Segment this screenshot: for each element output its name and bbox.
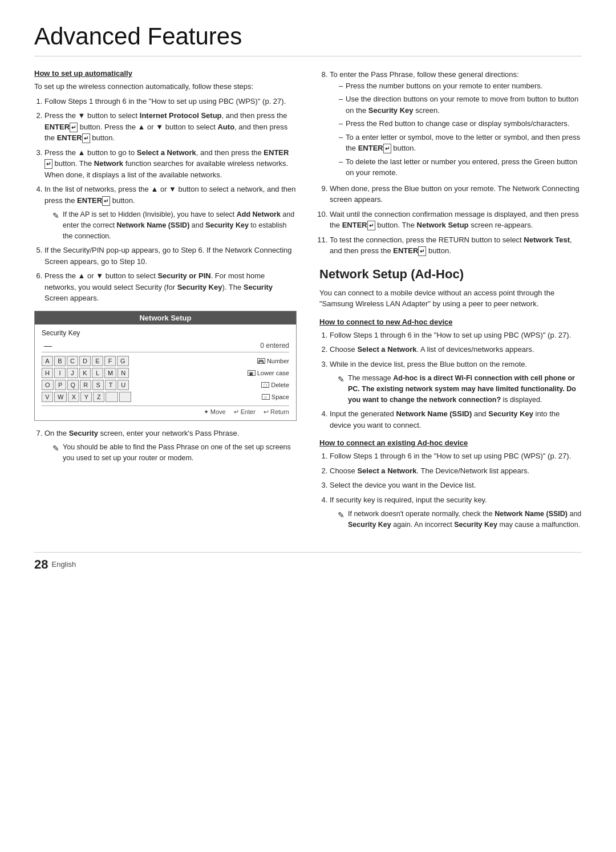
connect-new-note-icon: ✎	[338, 374, 345, 386]
key-A[interactable]: A	[42, 356, 53, 366]
step-9-text: When done, press the Blue button on your…	[330, 184, 579, 204]
kb-row-4: V W X Y Z ○ Space	[42, 392, 289, 402]
key-K[interactable]: K	[79, 368, 91, 378]
step-3: Press the ▲ button to go to Select a Net…	[44, 147, 297, 181]
kb-nav-move: ✦ Move	[204, 408, 226, 416]
step-6: Press the ▲ or ▼ button to select Securi…	[44, 270, 297, 304]
key-P[interactable]: P	[55, 380, 66, 390]
key-Z[interactable]: Z	[93, 392, 104, 402]
bullet-4: To a enter letter or symbol, move to the…	[339, 132, 582, 154]
connect-new-note-text: The message Ad-hoc is a direct Wi-Fi con…	[348, 373, 582, 405]
key-V[interactable]: V	[42, 392, 53, 402]
key-blank-2[interactable]	[119, 392, 131, 402]
step-10: Wait until the connection confirmation m…	[330, 209, 582, 231]
bullet-3: Press the Red button to change case or d…	[339, 118, 582, 129]
step-8-bullets: Press the number buttons on your remote …	[339, 80, 582, 178]
connect-existing-note-text: If network doesn't operate normally, che…	[348, 509, 582, 530]
move-icon: ✦	[204, 408, 209, 416]
key-Q[interactable]: Q	[67, 380, 79, 390]
kb-action-space: ○ Space	[262, 393, 289, 400]
kb-action-lowercase: ▣ Lower case	[248, 370, 289, 376]
note-icon: ✎	[52, 210, 59, 222]
kb-nav-enter: ↵ Enter	[234, 408, 256, 416]
number-label: Number	[267, 358, 289, 364]
lowercase-label: Lower case	[257, 370, 289, 376]
connect-new-step-3: While in the device list, press the Blue…	[330, 359, 582, 405]
kb-nav-return: ↩ Return	[264, 408, 289, 416]
left-column: How to set up automatically To set up th…	[34, 69, 297, 535]
connect-existing-step-4: If security key is required, input the s…	[330, 494, 582, 530]
key-M[interactable]: M	[104, 368, 116, 378]
keyboard-grid: A B C D E F G 🎮 Number	[42, 356, 289, 402]
bullet-1: Press the number buttons on your remote …	[339, 80, 582, 92]
step-7-note-icon: ✎	[52, 443, 59, 455]
connect-new-step-2: Choose Select a Network. A list of devic…	[330, 344, 582, 355]
key-Y[interactable]: Y	[80, 392, 92, 402]
step-7-list: On the Security screen, enter your netwo…	[44, 428, 297, 464]
step-7: On the Security screen, enter your netwo…	[44, 428, 297, 464]
bullet-2: Use the direction buttons on your remote…	[339, 94, 582, 116]
connect-new-step-3-note: ✎ The message Ad-hoc is a direct Wi-Fi c…	[338, 373, 582, 405]
key-X[interactable]: X	[68, 392, 79, 402]
key-R[interactable]: R	[80, 380, 91, 390]
space-icon: ○	[262, 394, 270, 400]
key-D[interactable]: D	[79, 356, 91, 366]
steps-list: Follow Steps 1 through 6 in the "How to …	[44, 96, 297, 304]
step-8: To enter the Pass Phrase, follow these g…	[330, 69, 582, 178]
step-4-note: ✎ If the AP is set to Hidden (Invisible)…	[52, 209, 297, 241]
key-L[interactable]: L	[92, 368, 103, 378]
key-O[interactable]: O	[42, 380, 54, 390]
step-2-text: Press the ▼ button to select Internet Pr…	[44, 111, 287, 142]
key-W[interactable]: W	[54, 392, 67, 402]
step-11: To test the connection, press the RETURN…	[330, 234, 582, 257]
step-10-text: Wait until the connection confirmation m…	[330, 210, 579, 230]
key-B[interactable]: B	[54, 356, 66, 366]
key-U[interactable]: U	[117, 380, 129, 390]
key-N[interactable]: N	[117, 368, 129, 378]
key-T[interactable]: T	[105, 380, 116, 390]
key-C[interactable]: C	[67, 356, 78, 366]
key-F[interactable]: F	[104, 356, 116, 366]
number-icon: 🎮	[257, 358, 265, 364]
right-column: To enter the Pass Phrase, follow these g…	[319, 69, 582, 535]
network-setup-box: Network Setup Security Key — 0 entered A…	[34, 311, 297, 421]
key-E[interactable]: E	[92, 356, 103, 366]
step-7-note-text: You should be able to find the Pass Phra…	[63, 442, 297, 464]
connect-new-step-1: Follow Steps 1 through 6 in the "How to …	[330, 330, 582, 341]
adhoc-intro: You can connect to a mobile device witho…	[319, 287, 582, 310]
kb-keys-row-1: A B C D E F G	[42, 356, 253, 366]
return-icon: ↩	[264, 408, 269, 416]
key-S[interactable]: S	[92, 380, 104, 390]
key-entered: 0 entered	[260, 342, 289, 350]
kb-action-number: 🎮 Number	[257, 358, 289, 364]
connect-new-step-4: Input the generated Network Name (SSID) …	[330, 408, 582, 431]
step-7-text: On the Security screen, enter your netwo…	[44, 429, 239, 437]
step-4-text: In the list of networks, press the ▲ or …	[44, 185, 296, 205]
connect-existing-note-icon: ✎	[338, 509, 345, 521]
connect-existing-heading: How to connect an existing Ad-hoc device	[319, 439, 582, 447]
page-footer: 28 English	[34, 552, 582, 572]
kb-keys-row-4: V W X Y Z	[42, 392, 257, 402]
key-J[interactable]: J	[67, 368, 78, 378]
kb-keys-row-3: O P Q R S T U	[42, 380, 257, 390]
page-number: 28	[34, 557, 48, 572]
key-G[interactable]: G	[117, 356, 129, 366]
intro-text: To set up the wireless connection automa…	[34, 81, 297, 92]
step-8-text: To enter the Pass Phrase, follow these g…	[330, 70, 519, 79]
delete-icon: □	[261, 382, 269, 388]
step-5: If the Security/PIN pop-up appears, go t…	[44, 245, 297, 267]
return-label: Return	[270, 408, 289, 415]
key-I[interactable]: I	[54, 368, 66, 378]
key-H[interactable]: H	[42, 368, 53, 378]
enter-label: Enter	[241, 408, 256, 415]
network-setup-header: Network Setup	[35, 311, 296, 324]
delete-label: Delete	[271, 382, 289, 388]
kb-action-delete: □ Delete	[261, 382, 289, 388]
key-blank-1[interactable]	[106, 392, 117, 402]
adhoc-title: Network Setup (Ad-Hoc)	[319, 267, 582, 282]
move-label: Move	[210, 408, 226, 415]
bullet-5: To delete the last letter or number you …	[339, 156, 582, 178]
step-11-text: To test the connection, press the RETURN…	[330, 236, 572, 255]
step-9: When done, press the Blue button on your…	[330, 183, 582, 205]
steps-8-11: To enter the Pass Phrase, follow these g…	[330, 69, 582, 257]
